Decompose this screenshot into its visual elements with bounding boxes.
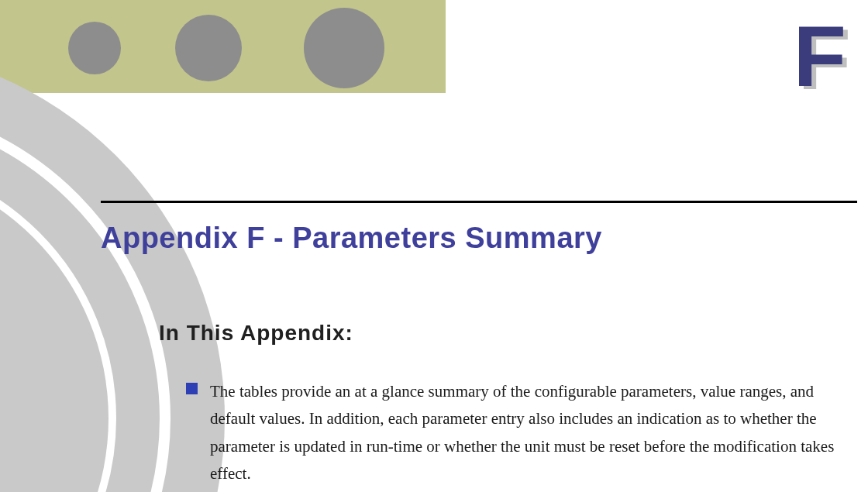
section-subhead: In This Appendix:	[159, 321, 353, 346]
bullet-text: The tables provide an at a glance summar…	[210, 378, 837, 487]
decorative-circle	[175, 15, 242, 81]
header-banner	[0, 0, 446, 93]
decorative-circle	[304, 8, 384, 88]
bullet-icon	[186, 383, 198, 394]
horizontal-rule	[101, 201, 857, 203]
decorative-circle	[68, 22, 121, 74]
page-title: Appendix F - Parameters Summary	[101, 222, 602, 255]
bullet-item: The tables provide an at a glance summar…	[186, 378, 837, 487]
chapter-letter: F	[794, 6, 846, 106]
